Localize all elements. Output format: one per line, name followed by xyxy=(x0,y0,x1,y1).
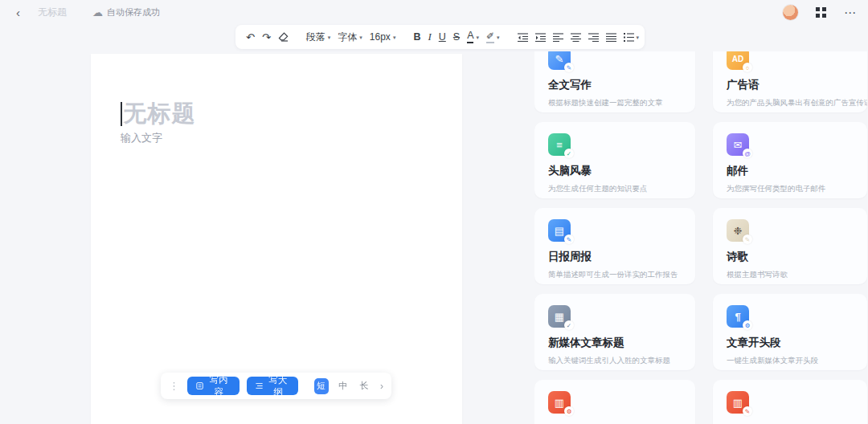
icon-badge: ✎ xyxy=(743,406,752,416)
red-book-icon: ▥✎ xyxy=(727,391,749,414)
paragraph-label: 段落 xyxy=(306,31,326,44)
icon-badge: ○ xyxy=(743,63,752,72)
font-color-button[interactable]: A▾ xyxy=(467,31,479,43)
topbar: ‹ 无标题 ☁ 自动保存成功 ⋯ xyxy=(0,0,868,24)
underline-button[interactable]: U xyxy=(439,31,446,43)
indent-decrease-button[interactable] xyxy=(518,33,528,42)
template-card-clipped-right[interactable]: ▥✎ xyxy=(713,380,867,424)
daily-weekly-report-icon: ▤✎ xyxy=(548,219,571,242)
icon-glyph: ▤ xyxy=(555,225,564,237)
italic-button[interactable]: I xyxy=(428,31,431,43)
write-content-label: 写内容 xyxy=(207,374,231,398)
highlight-color-button[interactable]: ✐▾ xyxy=(486,31,500,43)
font-size-dropdown[interactable]: 16px▾ xyxy=(370,31,396,43)
card-description: 输入关键词生成引人入胜的文章标题 xyxy=(548,356,682,366)
icon-badge: ⚙ xyxy=(743,320,752,330)
write-outline-label: 写大纲 xyxy=(267,374,290,398)
undo-icon: ↶ xyxy=(246,32,255,43)
icon-glyph: ▥ xyxy=(733,397,743,409)
length-option-long[interactable]: 长 xyxy=(357,378,371,394)
document-title: 无标题 xyxy=(38,6,67,19)
chevron-down-icon: ▾ xyxy=(637,35,640,40)
card-title: 广告语 xyxy=(727,78,854,92)
template-card-brainstorm[interactable]: ≡✓ 头脑风暴 为您生成任何主题的知识要点 xyxy=(534,122,695,198)
icon-badge: ✎ xyxy=(743,234,752,244)
media-article-title-icon: ▦✓ xyxy=(548,305,571,328)
card-title: 新媒体文章标题 xyxy=(548,336,682,350)
length-option-short[interactable]: 短 xyxy=(314,378,329,394)
cloud-icon: ☁ xyxy=(92,7,103,18)
align-right-button[interactable] xyxy=(588,33,599,42)
icon-glyph: ≡ xyxy=(556,139,563,151)
redo-icon: ↷ xyxy=(262,32,271,43)
formatting-toolbar: ↶ ↷ 段落▾ 字体▾ 16px▾ B I U S A▾ ✐▾ ▾ xyxy=(235,25,645,49)
apps-grid-icon[interactable] xyxy=(816,7,826,18)
template-card-daily-weekly-report[interactable]: ▤✎ 日报周报 简单描述即可生成一份详实的工作报告 xyxy=(534,208,695,284)
length-option-medium[interactable]: 中 xyxy=(336,378,350,394)
align-center-button[interactable] xyxy=(571,33,581,42)
body-placeholder[interactable]: 输入文字 xyxy=(121,131,162,145)
card-title: 头脑风暴 xyxy=(548,164,682,178)
back-icon[interactable]: ‹ xyxy=(16,6,20,18)
icon-glyph: ✉ xyxy=(734,139,743,151)
align-justify-button[interactable] xyxy=(606,33,616,42)
indent-increase-button[interactable] xyxy=(535,33,546,42)
template-card-poetry[interactable]: ❉✎ 诗歌 根据主题书写诗歌 xyxy=(713,208,867,284)
opening-paragraph-icon: ¶⚙ xyxy=(727,305,749,328)
list-style-dropdown[interactable]: ▾ xyxy=(624,33,640,42)
template-card-media-article-title[interactable]: ▦✓ 新媒体文章标题 输入关键词生成引人入胜的文章标题 xyxy=(534,294,695,370)
undo-button[interactable]: ↶ xyxy=(246,32,255,43)
align-center-icon xyxy=(571,33,581,42)
card-title: 邮件 xyxy=(727,164,854,178)
next-chevron-icon[interactable]: › xyxy=(380,381,383,392)
card-description: 为您的产品头脑风暴出有创意的广告宣传语 xyxy=(727,98,854,108)
autosave-status-text: 自动保存成功 xyxy=(107,6,160,18)
template-card-opening-paragraph[interactable]: ¶⚙ 文章开头段 一键生成新媒体文章开头段 xyxy=(713,294,867,370)
icon-badge: @ xyxy=(743,149,752,158)
templates-grid: ✎✎ 全文写作 根据标题快速创建一篇完整的文章 AD○ 广告语 为您的产品头脑风… xyxy=(534,51,867,424)
icon-badge: ✓ xyxy=(564,320,574,330)
highlighter-icon: ✐ xyxy=(486,31,494,43)
template-card-fulltext-writing[interactable]: ✎✎ 全文写作 根据标题快速创建一篇完整的文章 xyxy=(534,51,695,112)
font-color-icon: A xyxy=(467,31,473,43)
fulltext-writing-icon: ✎✎ xyxy=(548,51,571,70)
email-icon: ✉@ xyxy=(727,133,749,156)
brainstorm-icon: ≡✓ xyxy=(548,133,571,156)
write-content-button[interactable]: 写内容 xyxy=(187,377,240,395)
red-book-icon: ▥⚙ xyxy=(548,391,571,414)
poetry-icon: ❉✎ xyxy=(727,219,749,242)
card-description: 根据主题书写诗歌 xyxy=(727,270,854,280)
indent-decrease-icon xyxy=(518,33,528,42)
chevron-down-icon: ▾ xyxy=(393,35,396,40)
clear-format-button[interactable] xyxy=(278,32,289,42)
bold-button[interactable]: B xyxy=(413,31,420,43)
avatar[interactable] xyxy=(783,5,798,20)
more-options-icon[interactable]: ⋯ xyxy=(844,6,857,18)
strikethrough-button[interactable]: S xyxy=(453,31,460,43)
chevron-down-icon: ▾ xyxy=(328,35,331,40)
paragraph-dropdown[interactable]: 段落▾ xyxy=(306,31,331,44)
redo-button[interactable]: ↷ xyxy=(262,32,271,43)
eraser-icon xyxy=(278,32,289,42)
card-description: 为您撰写任何类型的电子邮件 xyxy=(727,184,854,194)
outline-icon xyxy=(256,381,263,390)
chevron-down-icon: ▾ xyxy=(476,35,479,40)
drag-handle-icon[interactable]: ⋮ xyxy=(169,381,179,391)
font-size-value: 16px xyxy=(370,31,391,43)
template-card-ad-slogan[interactable]: AD○ 广告语 为您的产品头脑风暴出有创意的广告宣传语 xyxy=(713,51,867,112)
icon-glyph: ▥ xyxy=(555,397,564,409)
card-title: 全文写作 xyxy=(548,78,682,92)
template-card-clipped-left[interactable]: ▥⚙ xyxy=(534,380,695,424)
align-left-button[interactable] xyxy=(553,33,563,42)
template-card-email[interactable]: ✉@ 邮件 为您撰写任何类型的电子邮件 xyxy=(713,122,867,198)
editor-page[interactable]: 无标题 输入文字 ⋮ 写内容 写大纲 短 中 长 › xyxy=(91,54,462,424)
document-icon xyxy=(196,381,203,390)
chevron-down-icon: ▾ xyxy=(359,35,362,40)
title-area[interactable]: 无标题 xyxy=(121,98,196,130)
font-family-label: 字体 xyxy=(338,31,357,44)
list-icon xyxy=(624,33,634,42)
font-family-dropdown[interactable]: 字体▾ xyxy=(338,31,362,44)
icon-glyph: ▦ xyxy=(555,311,564,323)
write-outline-button[interactable]: 写大纲 xyxy=(247,377,299,395)
align-justify-icon xyxy=(606,33,616,42)
